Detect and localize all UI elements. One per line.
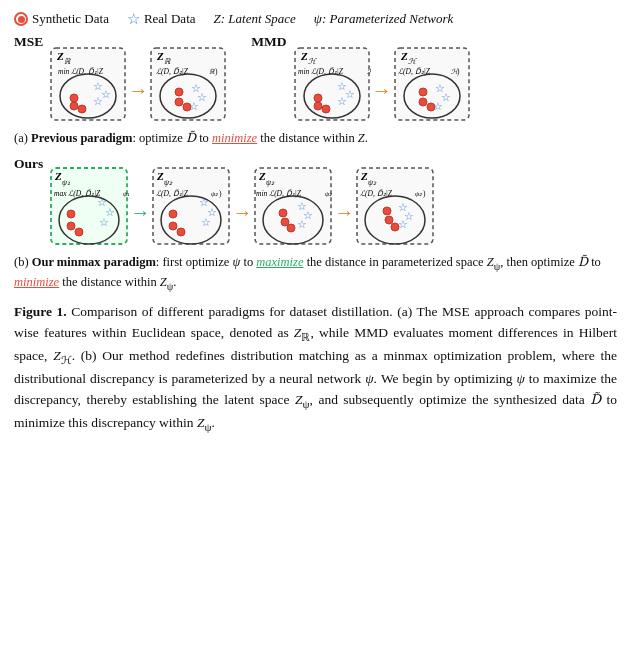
mmd-arrow-1: → xyxy=(372,79,392,102)
svg-text:Z: Z xyxy=(56,50,64,62)
mse-svg-2: Z ℝ ℒ(D, D̃₂|Z ℝ ) ☆ ☆ ☆ xyxy=(149,34,227,122)
svg-point-59 xyxy=(67,222,75,230)
page-container: Synthetic Data ☆ Real Data Z: Latent Spa… xyxy=(14,10,617,436)
legend-synthetic: Synthetic Data xyxy=(14,11,109,27)
caption-a: (a) Previous paradigm: optimize D̃ to mi… xyxy=(14,130,617,148)
mse-title: MSE xyxy=(14,34,43,50)
svg-point-20 xyxy=(175,98,183,106)
svg-text:☆: ☆ xyxy=(189,100,199,112)
legend-row: Synthetic Data ☆ Real Data Z: Latent Spa… xyxy=(14,10,617,28)
svg-point-9 xyxy=(70,94,78,102)
svg-point-85 xyxy=(281,218,289,226)
svg-text:Z: Z xyxy=(360,170,368,182)
svg-point-73 xyxy=(177,228,185,236)
svg-point-35 xyxy=(314,94,322,102)
svg-text:☆: ☆ xyxy=(398,218,408,230)
ours-arrow-3: → xyxy=(334,201,354,224)
svg-text:Z: Z xyxy=(300,50,308,62)
mmd-diagram-2: Z ℋ ℒ(D, D̃₂|Z ℋ ) ☆ ☆ ☆ xyxy=(393,34,471,126)
svg-text:☆: ☆ xyxy=(201,216,211,228)
svg-text:ℋ: ℋ xyxy=(308,57,317,66)
mse-diagram-2: Z ℝ ℒ(D, D̃₂|Z ℝ ) ☆ ☆ ☆ xyxy=(149,34,227,126)
svg-text:☆: ☆ xyxy=(93,95,103,107)
svg-point-33 xyxy=(314,102,322,110)
svg-text:ψ₂: ψ₂ xyxy=(415,190,422,198)
svg-text:Z: Z xyxy=(156,170,164,182)
ours-svg-3: Z ψ₂ min ℒ(D, D̃₁|Z ψ₂ ) ☆ ☆ ☆ xyxy=(253,154,333,246)
network-label: ψ: Parameterized Network xyxy=(314,11,454,27)
mmd-diagram-1: Z ℋ min ℒ(D, D̃₁|Z ℋ ) ☆ ☆ ☆ xyxy=(293,34,371,126)
svg-text:ψ₁: ψ₁ xyxy=(62,178,70,187)
mse-mmd-section: MSE Z ℝ min ℒ(D, D̃₁|Z ℝ ) xyxy=(14,34,617,126)
svg-text:ψ₁: ψ₁ xyxy=(123,190,129,198)
svg-point-72 xyxy=(169,222,177,230)
mmd-title: MMD xyxy=(251,34,286,50)
svg-text:Z: Z xyxy=(156,50,164,62)
svg-text:Z: Z xyxy=(54,170,62,182)
svg-point-48 xyxy=(419,88,427,96)
svg-point-86 xyxy=(287,224,295,232)
ours-svg-1: Z ψ₁ max ℒ(D, D̃₁|Z ψ₁ ) ☆ ☆ ☆ xyxy=(49,154,129,246)
svg-point-60 xyxy=(75,228,83,236)
svg-point-98 xyxy=(385,216,393,224)
ours-svg-2: Z ψ₂ ℒ(D, D̃₁|Z ψ₂ ) ☆ ☆ ☆ xyxy=(151,154,231,246)
svg-text:☆: ☆ xyxy=(297,218,307,230)
caption-b: (b) Our minmax paradigm: first optimize … xyxy=(14,254,617,294)
ours-section: Ours Z ψ₁ max ℒ(D, D̃₁|Z ψ₁ ) xyxy=(14,154,617,250)
svg-point-7 xyxy=(70,102,78,110)
svg-point-46 xyxy=(419,98,427,106)
mmd-svg-1: Z ℋ min ℒ(D, D̃₁|Z ℋ ) ☆ ☆ ☆ xyxy=(293,34,371,122)
svg-point-100 xyxy=(383,207,391,215)
legend-real: ☆ Real Data xyxy=(127,10,196,28)
ours-diagram-3: Z ψ₂ min ℒ(D, D̃₁|Z ψ₂ ) ☆ ☆ ☆ xyxy=(253,154,333,250)
synthetic-label: Synthetic Data xyxy=(32,11,109,27)
svg-point-34 xyxy=(322,105,330,113)
mse-svg-1: Z ℝ min ℒ(D, D̃₁|Z ℝ ) ☆ xyxy=(49,34,127,122)
mmd-svg-2: Z ℋ ℒ(D, D̃₂|Z ℋ ) ☆ ☆ ☆ xyxy=(393,34,471,122)
svg-text:ψ₂: ψ₂ xyxy=(164,178,173,187)
synthetic-icon xyxy=(14,12,28,26)
mmd-group: MMD Z ℋ min ℒ(D, D̃₁|Z ℋ ) xyxy=(251,34,470,126)
svg-point-74 xyxy=(169,210,177,218)
figure-number: Figure 1. xyxy=(14,304,67,319)
svg-point-61 xyxy=(67,210,75,218)
ours-diagram-2: Z ψ₂ ℒ(D, D̃₁|Z ψ₂ ) ☆ ☆ ☆ xyxy=(151,154,231,250)
legend-latent: Z: Latent Space xyxy=(214,11,296,27)
svg-point-8 xyxy=(78,105,86,113)
svg-text:ψ₂: ψ₂ xyxy=(211,190,218,198)
svg-text:ψ₂: ψ₂ xyxy=(266,178,275,187)
svg-text:Z: Z xyxy=(400,50,408,62)
svg-point-22 xyxy=(175,88,183,96)
svg-text:ψ₂: ψ₂ xyxy=(325,190,332,198)
svg-text:☆: ☆ xyxy=(99,216,109,228)
ours-diagram-4: Z ψ₂ ℒ(D, D̃₂|Z ψ₂ ) ☆ ☆ ☆ xyxy=(355,154,435,250)
real-star-icon: ☆ xyxy=(127,10,140,28)
svg-text:ℝ: ℝ xyxy=(164,57,171,66)
ours-arrow-1: → xyxy=(130,201,150,224)
ours-arrow-2: → xyxy=(232,201,252,224)
mse-group: MSE Z ℝ min ℒ(D, D̃₁|Z ℝ ) xyxy=(14,34,227,126)
svg-text:ℋ: ℋ xyxy=(408,57,417,66)
mse-arrow-1: → xyxy=(128,79,148,102)
real-label: Real Data xyxy=(144,11,196,27)
latent-label: Z: Latent Space xyxy=(214,11,296,27)
svg-text:ψ₂: ψ₂ xyxy=(368,178,377,187)
svg-text:ℝ: ℝ xyxy=(64,57,71,66)
legend-network: ψ: Parameterized Network xyxy=(314,11,454,27)
ours-title: Ours xyxy=(14,156,43,172)
ours-diagram-1: Z ψ₁ max ℒ(D, D̃₁|Z ψ₁ ) ☆ ☆ ☆ xyxy=(49,154,129,250)
mse-diagram-1: Z ℝ min ℒ(D, D̃₁|Z ℝ ) ☆ xyxy=(49,34,127,126)
svg-text:☆: ☆ xyxy=(433,100,443,112)
svg-text:☆: ☆ xyxy=(337,95,347,107)
svg-point-87 xyxy=(279,209,287,217)
svg-text:Z: Z xyxy=(258,170,266,182)
svg-text:ℋ: ℋ xyxy=(367,68,371,76)
figure-caption-text: Figure 1. Comparison of different paradi… xyxy=(14,302,617,436)
ours-svg-4: Z ψ₂ ℒ(D, D̃₂|Z ψ₂ ) ☆ ☆ ☆ xyxy=(355,154,435,246)
